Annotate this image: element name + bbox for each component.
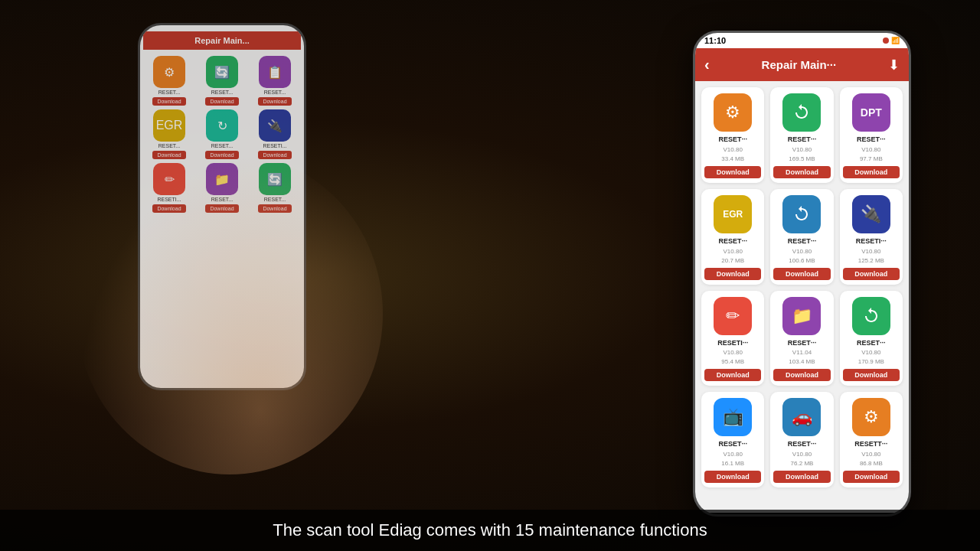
app-size: 103.4 MB	[789, 358, 815, 365]
app-version: V10.80	[792, 146, 812, 153]
app-label: RESETI...	[263, 143, 286, 148]
list-item: ⚙ RESETT··· V10.80 86.8 MB Download	[840, 392, 903, 487]
phone-left-header: Repair Main...	[143, 31, 301, 50]
app-size: 125.2 MB	[858, 257, 884, 264]
app-icon-10: 📺	[714, 398, 752, 436]
app-name: RESET···	[788, 237, 817, 246]
app-size: 76.2 MB	[791, 460, 814, 467]
status-bar: 11:10 📶	[695, 33, 909, 48]
app-size: 95.4 MB	[721, 358, 744, 365]
app-version: V10.80	[792, 248, 812, 255]
app-size: 97.7 MB	[860, 155, 883, 162]
back-button[interactable]: ‹	[704, 56, 710, 73]
app-label: RESET...	[211, 90, 233, 95]
download-button[interactable]: Download	[773, 369, 830, 381]
list-item: RESET··· V10.80 169.5 MB Download	[770, 87, 833, 183]
app-icon: EGR	[153, 109, 185, 142]
app-name: RESET···	[857, 135, 886, 144]
app-version: V10.80	[861, 349, 880, 356]
app-icon-7: ✏	[714, 297, 752, 335]
app-version: V10.80	[723, 248, 742, 255]
download-button[interactable]: Download	[704, 166, 761, 178]
download-button[interactable]: Download	[843, 369, 900, 381]
download-button[interactable]: Download	[843, 471, 900, 483]
app-header: ‹ Repair Main··· ⬇	[695, 48, 909, 81]
app-icon-4: EGR	[714, 195, 752, 233]
app-icon-5	[782, 195, 821, 233]
app-icon-12: ⚙	[852, 398, 890, 436]
app-name: RESETT···	[854, 440, 887, 448]
app-icon-3: DPT	[852, 93, 890, 132]
phone-content: ‹ Repair Main··· ⬇ ⚙ RESET··· V10.80 33.…	[695, 48, 909, 513]
list-item: ⚙ RESET... Download	[145, 56, 194, 106]
download-button[interactable]: Download	[773, 166, 830, 178]
app-name: RESETI···	[717, 339, 748, 347]
app-icon: ↻	[206, 109, 238, 142]
app-label: RESET...	[158, 90, 180, 95]
app-name: RESETI···	[856, 237, 887, 246]
app-version: V11.04	[792, 349, 812, 356]
app-icon-11: 🚗	[782, 398, 821, 436]
app-scroll-area[interactable]: ⚙ RESET··· V10.80 33.4 MB Download RESET…	[695, 81, 909, 513]
app-version: V10.80	[861, 146, 880, 153]
app-label: RESET...	[158, 143, 180, 148]
list-item: ⚙ RESET··· V10.80 33.4 MB Download	[701, 87, 764, 183]
download-button[interactable]: Download	[152, 97, 185, 106]
subtitle-bar: The scan tool Ediag comes with 15 mainte…	[0, 510, 980, 551]
list-item: RESET··· V10.80 170.9 MB Download	[840, 291, 903, 386]
list-item: 🚗 RESET··· V10.80 76.2 MB Download	[770, 392, 833, 487]
app-icon-9	[852, 297, 890, 335]
app-label: RESET...	[264, 90, 286, 95]
download-button[interactable]: Download	[773, 471, 830, 483]
app-size: 86.8 MB	[860, 460, 883, 467]
status-icons: 📶	[883, 37, 900, 44]
download-all-icon[interactable]: ⬇	[888, 57, 900, 73]
app-size: 20.7 MB	[721, 257, 744, 264]
app-icon: 📋	[259, 56, 291, 88]
download-button[interactable]: Download	[258, 97, 291, 106]
list-item: 📋 RESET... Download	[250, 56, 299, 106]
list-item: EGR RESET... Download	[145, 109, 194, 159]
download-button[interactable]: Download	[773, 268, 830, 280]
subtitle-text: The scan tool Ediag comes with 15 mainte…	[273, 520, 707, 540]
download-button[interactable]: Download	[843, 166, 900, 178]
app-size: 33.4 MB	[721, 155, 744, 162]
app-icon-1: ⚙	[714, 93, 752, 132]
app-icon-2	[782, 93, 821, 132]
app-version: V10.80	[723, 146, 742, 153]
list-item: ↻ RESET... Download	[198, 109, 247, 159]
app-name: RESET···	[857, 339, 886, 347]
app-size: 169.5 MB	[789, 155, 815, 162]
download-button[interactable]: Download	[205, 97, 238, 106]
list-item: 📺 RESET··· V10.80 16.1 MB Download	[701, 392, 764, 487]
app-name: RESET···	[718, 135, 747, 144]
app-size: 100.6 MB	[789, 257, 815, 264]
list-item: RESET··· V10.80 100.6 MB Download	[770, 189, 833, 285]
app-version: V10.80	[723, 349, 742, 356]
list-item: DPT RESET··· V10.80 97.7 MB Download	[840, 87, 903, 183]
download-button[interactable]: Download	[704, 471, 761, 483]
list-item: 🔌 RESETI··· V10.80 125.2 MB Download	[840, 189, 903, 285]
app-icon-8: 📁	[782, 297, 821, 335]
download-button[interactable]: Download	[704, 268, 761, 280]
app-version: V10.80	[861, 248, 880, 255]
hand-glow	[77, 153, 383, 474]
list-item: ✏ RESETI··· V10.80 95.4 MB Download	[701, 291, 764, 386]
signal-icons: 📶	[891, 37, 900, 44]
list-item: EGR RESET··· V10.80 20.7 MB Download	[701, 189, 764, 285]
app-label: RESET...	[211, 143, 233, 148]
list-item: 📁 RESET··· V11.04 103.4 MB Download	[770, 291, 833, 386]
app-icon: 🔌	[259, 109, 291, 142]
app-grid: ⚙ RESET··· V10.80 33.4 MB Download RESET…	[701, 87, 903, 487]
download-button[interactable]: Download	[704, 369, 761, 381]
app-name: RESET···	[788, 135, 817, 144]
phone-main: 11:10 📶 ‹ Repair Main··· ⬇ ⚙ RESET··· V1…	[693, 31, 911, 517]
download-button[interactable]: Download	[843, 268, 900, 280]
list-item: 🔄 RESET... Download	[198, 56, 247, 106]
app-name: RESET···	[718, 440, 747, 448]
app-icon: 🔄	[206, 56, 238, 88]
download-button[interactable]: Download	[152, 151, 185, 159]
app-size: 170.9 MB	[858, 358, 884, 365]
app-version: V10.80	[861, 451, 880, 458]
app-version: V10.80	[723, 451, 742, 458]
